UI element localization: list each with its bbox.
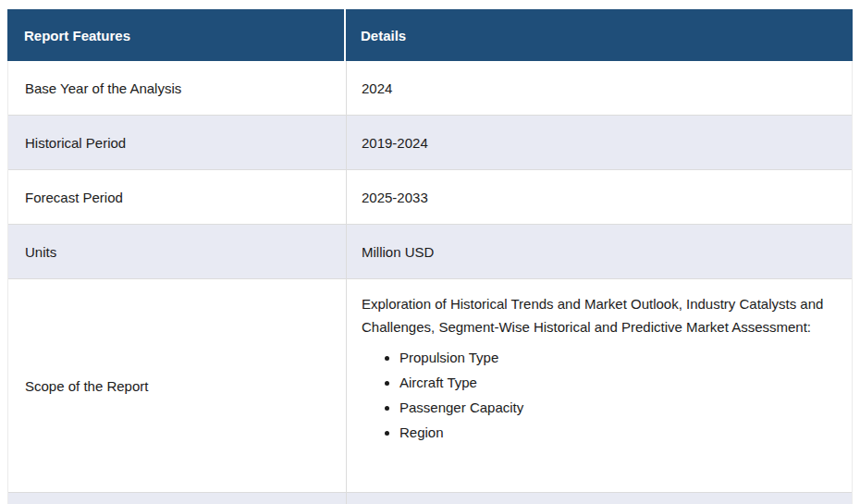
scope-bullet-item: Propulsion Type bbox=[399, 345, 837, 370]
details-cell: 2019-2024 bbox=[347, 116, 852, 169]
table-row-scope: Scope of the Report Exploration of Histo… bbox=[8, 279, 852, 493]
table-row-partial-cutoff bbox=[8, 493, 852, 504]
feature-cell-empty bbox=[8, 493, 347, 504]
table-body: Base Year of the Analysis 2024 Historica… bbox=[7, 61, 853, 504]
scope-bullet-item: Aircraft Type bbox=[399, 370, 837, 395]
feature-cell: Units bbox=[8, 225, 347, 278]
scope-bullet-item: Passenger Capacity bbox=[399, 395, 837, 420]
table-row-forecast-period: Forecast Period 2025-2033 bbox=[8, 170, 852, 225]
table-row-historical-period: Historical Period 2019-2024 bbox=[8, 116, 852, 170]
report-features-table: Report Features Details Base Year of the… bbox=[7, 9, 853, 504]
details-cell-empty bbox=[347, 493, 852, 504]
details-cell: 2024 bbox=[347, 61, 852, 115]
scope-intro-text: Exploration of Historical Trends and Mar… bbox=[362, 292, 829, 338]
table-header-row: Report Features Details bbox=[7, 9, 853, 61]
feature-cell: Forecast Period bbox=[8, 170, 347, 224]
header-cell-details: Details bbox=[346, 9, 853, 61]
scope-bullet-list: Propulsion Type Aircraft Type Passenger … bbox=[362, 345, 837, 445]
feature-cell: Scope of the Report bbox=[8, 279, 347, 492]
details-cell: 2025-2033 bbox=[347, 170, 852, 224]
details-cell-scope: Exploration of Historical Trends and Mar… bbox=[347, 279, 852, 492]
table-row-units: Units Million USD bbox=[8, 225, 852, 279]
feature-cell: Historical Period bbox=[8, 116, 347, 169]
scope-bullet-item: Region bbox=[399, 420, 837, 445]
header-cell-report-features: Report Features bbox=[7, 9, 346, 61]
table-row-base-year: Base Year of the Analysis 2024 bbox=[8, 61, 852, 116]
feature-cell: Base Year of the Analysis bbox=[8, 61, 347, 115]
report-page: Report Features Details Base Year of the… bbox=[0, 0, 860, 504]
details-cell: Million USD bbox=[347, 225, 852, 278]
